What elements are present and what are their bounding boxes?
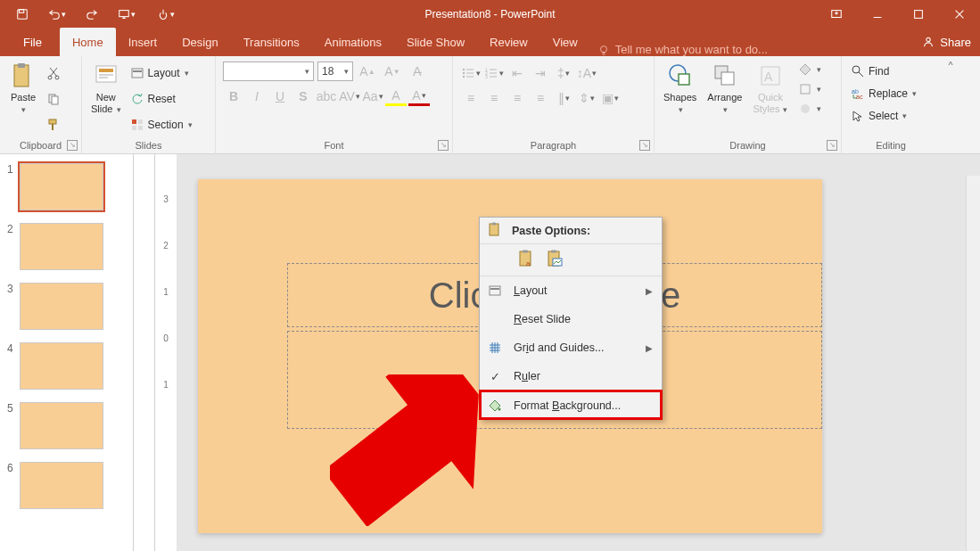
reset-icon: [130, 92, 144, 106]
strikethrough-button[interactable]: abc: [316, 86, 337, 106]
font-face-select[interactable]: ▾: [223, 62, 314, 81]
shadow-button[interactable]: S: [292, 86, 314, 106]
tab-file[interactable]: File: [9, 28, 60, 56]
layout-button[interactable]: Layout▾: [127, 63, 196, 83]
redo-button[interactable]: [77, 0, 107, 28]
underline-button[interactable]: U: [269, 86, 291, 106]
new-slide-icon: [92, 62, 120, 90]
font-size-select[interactable]: 18▾: [317, 62, 353, 81]
drawing-dialog-launcher[interactable]: ↘: [827, 140, 837, 151]
replace-button[interactable]: abacReplace▾: [847, 84, 920, 103]
font-highlight-color-button[interactable]: A: [385, 86, 407, 106]
slide-thumbnail-4[interactable]: [20, 342, 103, 390]
arrange-button[interactable]: Arrange▾: [704, 60, 745, 116]
tab-home[interactable]: Home: [60, 28, 116, 56]
shape-fill-button[interactable]: ▾: [795, 60, 825, 79]
align-center-button[interactable]: ≡: [483, 88, 505, 108]
tab-insert[interactable]: Insert: [116, 28, 170, 56]
new-slide-label: New Slide ▾: [91, 92, 121, 114]
find-button[interactable]: Find: [847, 62, 920, 81]
paste-button[interactable]: Paste▾: [5, 60, 41, 138]
close-button[interactable]: [939, 0, 980, 28]
quick-styles-button[interactable]: A Quick Styles ▾: [749, 60, 791, 116]
tab-review[interactable]: Review: [477, 28, 540, 56]
ctx-reset-slide-item[interactable]: Reset Slide: [480, 305, 662, 333]
shape-effects-button[interactable]: ▾: [795, 99, 825, 119]
cut-button[interactable]: [43, 63, 64, 83]
columns-button[interactable]: ‖▾: [553, 88, 574, 108]
decrease-font-button[interactable]: A▼: [382, 62, 403, 81]
undo-button[interactable]: ▾: [37, 0, 77, 28]
clipboard-dialog-launcher[interactable]: ↘: [67, 140, 78, 151]
increase-indent-button[interactable]: ⇥: [530, 63, 551, 83]
slide-thumbnail-5[interactable]: [20, 402, 103, 449]
font-color-button[interactable]: A▾: [408, 86, 430, 106]
slide-thumbnail-2[interactable]: [20, 223, 103, 270]
checkmark-icon: [487, 368, 503, 384]
increase-font-button[interactable]: A▲: [357, 62, 378, 81]
share-icon: [922, 36, 935, 48]
touch-mode-button[interactable]: ▾: [146, 0, 185, 28]
paste-keep-source-button[interactable]: a: [517, 249, 537, 271]
ctx-ruler-item[interactable]: Ruler: [480, 362, 662, 391]
tab-slideshow[interactable]: Slide Show: [394, 28, 477, 56]
tab-animations[interactable]: Animations: [312, 28, 394, 56]
ctx-format-background-item[interactable]: Format Background...: [480, 391, 662, 419]
group-label-slides: Slides: [82, 138, 215, 154]
slide-thumbnail-3[interactable]: [20, 283, 103, 330]
minimize-button[interactable]: [857, 0, 898, 28]
align-left-button[interactable]: ≡: [460, 88, 482, 108]
numbering-button[interactable]: 123▾: [483, 63, 505, 83]
svg-rect-43: [679, 74, 689, 85]
slide-thumbnail-6[interactable]: [20, 462, 103, 509]
save-icon[interactable]: [7, 0, 37, 28]
vertical-scrollbar[interactable]: [966, 176, 980, 551]
svg-rect-13: [18, 63, 25, 68]
cut-icon: [46, 66, 61, 80]
bullets-button[interactable]: ▾: [460, 63, 482, 83]
ctx-grid-guides-item[interactable]: Grid and Guides... ▶: [480, 333, 662, 362]
align-right-button[interactable]: ≡: [506, 88, 528, 108]
smartart-button[interactable]: ▣▾: [599, 88, 621, 108]
change-case-button[interactable]: Aa▾: [362, 86, 383, 106]
ctx-layout-item[interactable]: Layout ▶: [480, 276, 662, 305]
maximize-button[interactable]: [898, 0, 939, 28]
char-spacing-button[interactable]: AV▾: [339, 86, 360, 106]
paste-as-picture-button[interactable]: [546, 249, 565, 271]
share-button[interactable]: Share: [922, 28, 971, 56]
start-from-beginning-button[interactable]: ▾: [107, 0, 146, 28]
line-spacing-button[interactable]: ‡▾: [553, 63, 574, 83]
collapse-ribbon-button[interactable]: ˄: [940, 56, 961, 153]
ribbon: Paste▾ Clipboard↘ New Slide ▾ Layout▾ Re…: [0, 56, 980, 154]
copy-button[interactable]: [43, 89, 64, 109]
ribbon-options-button[interactable]: [816, 0, 857, 28]
italic-button[interactable]: I: [246, 86, 268, 106]
svg-rect-18: [49, 119, 56, 124]
group-slides: New Slide ▾ Layout▾ Reset Section▾ Slide…: [82, 56, 216, 154]
pane-separator[interactable]: [134, 154, 155, 551]
font-dialog-launcher[interactable]: ↘: [438, 140, 449, 151]
paragraph-dialog-launcher[interactable]: ↘: [639, 140, 650, 151]
bullets-icon: [461, 67, 475, 79]
tab-transitions[interactable]: Transitions: [231, 28, 312, 56]
shape-outline-button[interactable]: ▾: [795, 79, 825, 99]
format-painter-button[interactable]: [43, 115, 64, 135]
tab-design[interactable]: Design: [169, 28, 230, 56]
reset-button[interactable]: Reset: [127, 89, 196, 109]
shapes-button[interactable]: Shapes▾: [660, 60, 700, 116]
bold-button[interactable]: B: [223, 86, 244, 106]
text-direction-button[interactable]: ↕A▾: [576, 63, 597, 83]
tab-view[interactable]: View: [540, 28, 590, 56]
new-slide-button[interactable]: New Slide ▾: [87, 60, 125, 138]
align-text-button[interactable]: ⇕▾: [576, 88, 597, 108]
section-button[interactable]: Section▾: [127, 115, 196, 135]
justify-button[interactable]: ≡: [530, 88, 551, 108]
decrease-indent-button[interactable]: ⇤: [506, 63, 528, 83]
select-button[interactable]: Select▾: [847, 106, 920, 126]
group-label-drawing: Drawing↘: [655, 138, 841, 154]
slide-thumbnail-1[interactable]: [20, 163, 103, 210]
clear-formatting-button[interactable]: A̶: [407, 62, 428, 81]
group-label-paragraph: Paragraph↘: [453, 138, 654, 154]
svg-rect-5: [915, 10, 923, 18]
group-drawing: Shapes▾ Arrange▾ A Quick Styles ▾ ▾ ▾ ▾ …: [655, 56, 842, 154]
